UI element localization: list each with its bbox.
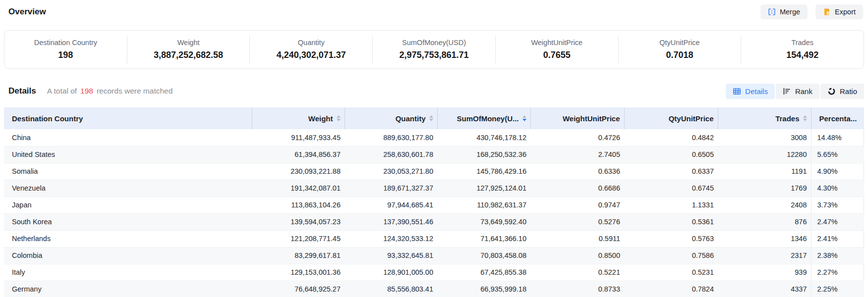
page-title: Overview <box>8 7 46 17</box>
export-button[interactable]: Export <box>815 4 863 19</box>
column-header[interactable]: Trades <box>718 107 811 129</box>
column-header: WeightUnitPrice <box>530 107 624 129</box>
table-row[interactable]: South Korea139,594,057.23137,390,551.467… <box>4 213 864 230</box>
details-bar: Details A total of198records were matche… <box>4 82 864 100</box>
column-header[interactable]: SumOfMoney(U... <box>437 107 530 129</box>
cell-value: 0.4726 <box>530 129 624 146</box>
cell-value: 2.47% <box>811 213 864 230</box>
tab-rank[interactable]: Rank <box>776 84 819 99</box>
table-row[interactable]: Somalia230,093,221.88230,053,271.80145,7… <box>4 163 864 180</box>
table-row[interactable]: Italy129,153,001.36128,901,005.0067,425,… <box>4 264 864 281</box>
column-label: WeightUnitPrice <box>563 114 620 123</box>
stat-value: 154,492 <box>786 50 818 60</box>
column-label: Quantity <box>396 114 426 123</box>
export-label: Export <box>835 8 856 16</box>
cell-country: Venezuela <box>4 180 252 197</box>
table-row[interactable]: Netherlands121,208,771.45124,320,533.127… <box>4 230 864 247</box>
stat-value: 3,887,252,682.58 <box>154 50 223 60</box>
table-row[interactable]: Colombia83,299,617.8193,332,645.8170,803… <box>4 247 864 264</box>
tab-label: Ratio <box>840 87 857 96</box>
cell-value: 0.6505 <box>624 146 718 163</box>
table-row[interactable]: United States61,394,856.37258,630,601.78… <box>4 146 864 163</box>
tab-ratio[interactable]: Ratio <box>820 84 864 99</box>
sort-icon[interactable] <box>522 115 526 121</box>
cell-value: 137,390,551.46 <box>345 213 437 230</box>
cell-value: 2.25% <box>811 281 864 297</box>
cell-value: 876 <box>718 213 811 230</box>
caret-down-icon <box>337 119 341 121</box>
column-label: Percenta... <box>819 114 857 123</box>
cell-value: 0.5231 <box>624 264 718 281</box>
cell-value: 0.6337 <box>624 163 718 180</box>
table-row[interactable]: Germany76,648,925.2785,556,803.4166,935,… <box>4 281 864 297</box>
table-icon <box>733 87 741 96</box>
cell-value: 2317 <box>718 247 811 264</box>
rank-icon <box>783 87 791 96</box>
details-title: Details <box>8 86 36 96</box>
sort-icon[interactable] <box>337 115 341 121</box>
ratio-icon <box>827 87 836 96</box>
cell-value: 70,803,458.08 <box>437 247 530 264</box>
stat-card: QtyUnitPrice0.7018 <box>618 36 741 63</box>
cell-value: 2408 <box>718 197 811 213</box>
stat-value: 2,975,753,861.71 <box>399 50 468 60</box>
cell-country: China <box>4 129 252 146</box>
cell-value: 230,053,271.80 <box>345 163 437 180</box>
cell-value: 0.8733 <box>530 281 624 297</box>
cell-value: 230,093,221.88 <box>252 163 345 180</box>
cell-value: 66,935,999.18 <box>437 281 530 297</box>
sort-icon[interactable] <box>803 115 807 121</box>
records-summary: A total of198records were matched <box>47 87 173 96</box>
column-header[interactable]: Quantity <box>345 107 437 129</box>
column-label: SumOfMoney(U... <box>457 114 519 123</box>
cell-value: 129,153,001.36 <box>252 264 345 281</box>
cell-value: 0.7586 <box>624 247 718 264</box>
cell-country: Somalia <box>4 163 252 180</box>
table-row[interactable]: Japan113,863,104.2697,944,685.41110,982,… <box>4 197 864 213</box>
cell-value: 110,982,631.37 <box>437 197 530 213</box>
table-row[interactable]: Venezuela191,342,087.01189,671,327.37127… <box>4 180 864 197</box>
overview-stats: Destination Country198Weight3,887,252,68… <box>4 30 864 69</box>
column-header: Destination Country <box>4 107 252 129</box>
caret-up-icon <box>337 115 341 118</box>
table-header-row: Destination CountryWeightQuantitySumOfMo… <box>4 107 864 129</box>
cell-value: 0.5276 <box>530 213 624 230</box>
cell-country: Italy <box>4 264 252 281</box>
table-row[interactable]: China911,487,933.45889,630,177.80430,746… <box>4 129 864 146</box>
tab-label: Rank <box>795 87 812 96</box>
column-label: QtyUnitPrice <box>669 114 714 123</box>
view-tabs: DetailsRankRatio <box>726 84 864 99</box>
cell-value: 889,630,177.80 <box>345 129 437 146</box>
stat-card: Weight3,887,252,682.58 <box>127 36 250 63</box>
stat-label: WeightUnitPrice <box>531 39 582 47</box>
cell-value: 189,671,327.37 <box>345 180 437 197</box>
cell-value: 0.6745 <box>624 180 718 197</box>
cell-value: 83,299,617.81 <box>252 247 345 264</box>
summary-suffix: records were matched <box>97 87 173 95</box>
stat-card: SumOfMoney(USD)2,975,753,861.71 <box>372 36 495 63</box>
cell-value: 2.7405 <box>530 146 624 163</box>
cell-value: 4337 <box>718 281 811 297</box>
column-header[interactable]: Weight <box>252 107 345 129</box>
column-label: Destination Country <box>12 114 83 123</box>
tab-details[interactable]: Details <box>726 84 775 99</box>
cell-value: 1769 <box>718 180 811 197</box>
sort-icon[interactable] <box>429 115 433 121</box>
merge-button[interactable]: Merge <box>760 4 808 19</box>
cell-value: 3.73% <box>811 197 864 213</box>
stat-card: Trades154,492 <box>741 36 864 63</box>
cell-value: 0.4842 <box>624 129 718 146</box>
cell-country: South Korea <box>4 213 252 230</box>
table-body: China911,487,933.45889,630,177.80430,746… <box>4 129 864 297</box>
caret-down-icon <box>803 119 807 121</box>
cell-value: 14.48% <box>811 129 864 146</box>
cell-country: Netherlands <box>4 230 252 247</box>
column-label: Trades <box>775 114 799 123</box>
cell-value: 113,863,104.26 <box>252 197 345 213</box>
stat-label: Weight <box>177 39 200 47</box>
merge-label: Merge <box>780 8 800 16</box>
cell-value: 145,786,429.16 <box>437 163 530 180</box>
cell-value: 12280 <box>718 146 811 163</box>
cell-value: 0.8500 <box>530 247 624 264</box>
cell-value: 3008 <box>718 129 811 146</box>
